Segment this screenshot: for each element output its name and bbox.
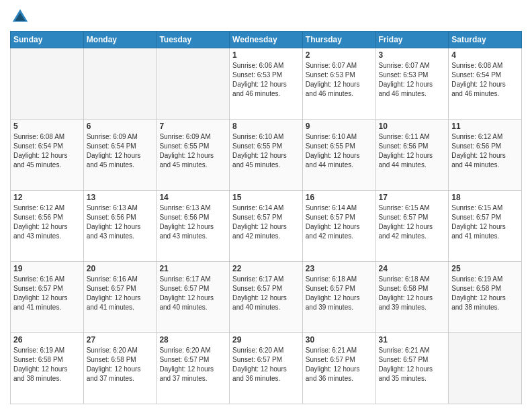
day-number: 22 bbox=[232, 264, 300, 273]
calendar-cell: 3Sunrise: 6:07 AM Sunset: 6:53 PM Daylig… bbox=[375, 48, 449, 120]
day-info: Sunrise: 6:16 AM Sunset: 6:57 PM Dayligh… bbox=[87, 275, 154, 312]
calendar-cell: 21Sunrise: 6:17 AM Sunset: 6:57 PM Dayli… bbox=[157, 262, 230, 333]
day-info: Sunrise: 6:09 AM Sunset: 6:54 PM Dayligh… bbox=[87, 132, 154, 170]
page: SundayMondayTuesdayWednesdayThursdayFrid… bbox=[0, 0, 532, 411]
day-info: Sunrise: 6:13 AM Sunset: 6:56 PM Dayligh… bbox=[87, 203, 154, 241]
day-info: Sunrise: 6:16 AM Sunset: 6:57 PM Dayligh… bbox=[13, 275, 81, 312]
day-info: Sunrise: 6:14 AM Sunset: 6:57 PM Dayligh… bbox=[306, 203, 373, 241]
day-info: Sunrise: 6:17 AM Sunset: 6:57 PM Dayligh… bbox=[232, 275, 300, 312]
calendar-cell: 28Sunrise: 6:20 AM Sunset: 6:57 PM Dayli… bbox=[157, 333, 230, 404]
day-info: Sunrise: 6:20 AM Sunset: 6:57 PM Dayligh… bbox=[159, 346, 226, 383]
day-info: Sunrise: 6:18 AM Sunset: 6:57 PM Dayligh… bbox=[306, 275, 373, 312]
day-info: Sunrise: 6:10 AM Sunset: 6:55 PM Dayligh… bbox=[306, 132, 373, 170]
calendar-cell: 25Sunrise: 6:19 AM Sunset: 6:58 PM Dayli… bbox=[449, 262, 522, 333]
calendar-week-row: 19Sunrise: 6:16 AM Sunset: 6:57 PM Dayli… bbox=[11, 262, 522, 333]
day-info: Sunrise: 6:19 AM Sunset: 6:58 PM Dayligh… bbox=[451, 275, 519, 312]
day-info: Sunrise: 6:13 AM Sunset: 6:56 PM Dayligh… bbox=[159, 203, 226, 241]
day-number: 26 bbox=[13, 335, 81, 345]
calendar-cell bbox=[449, 333, 522, 404]
calendar-cell: 1Sunrise: 6:06 AM Sunset: 6:53 PM Daylig… bbox=[230, 48, 303, 120]
calendar-cell: 8Sunrise: 6:10 AM Sunset: 6:55 PM Daylig… bbox=[230, 120, 303, 191]
header bbox=[10, 7, 522, 27]
day-number: 9 bbox=[306, 122, 373, 131]
day-info: Sunrise: 6:20 AM Sunset: 6:57 PM Dayligh… bbox=[232, 346, 300, 383]
day-info: Sunrise: 6:14 AM Sunset: 6:57 PM Dayligh… bbox=[232, 203, 300, 241]
calendar-week-row: 5Sunrise: 6:08 AM Sunset: 6:54 PM Daylig… bbox=[11, 120, 522, 191]
weekday-header: Wednesday bbox=[230, 32, 303, 48]
calendar-cell: 10Sunrise: 6:11 AM Sunset: 6:56 PM Dayli… bbox=[375, 120, 449, 191]
calendar-cell: 6Sunrise: 6:09 AM Sunset: 6:54 PM Daylig… bbox=[83, 120, 157, 191]
day-number: 16 bbox=[306, 193, 373, 202]
day-info: Sunrise: 6:12 AM Sunset: 6:56 PM Dayligh… bbox=[451, 132, 519, 170]
day-info: Sunrise: 6:06 AM Sunset: 6:53 PM Dayligh… bbox=[232, 61, 300, 99]
calendar-cell: 24Sunrise: 6:18 AM Sunset: 6:58 PM Dayli… bbox=[375, 262, 449, 333]
day-number: 10 bbox=[379, 122, 446, 131]
calendar-cell: 16Sunrise: 6:14 AM Sunset: 6:57 PM Dayli… bbox=[302, 191, 375, 262]
day-number: 14 bbox=[159, 193, 226, 202]
calendar-cell: 31Sunrise: 6:21 AM Sunset: 6:57 PM Dayli… bbox=[375, 333, 449, 404]
calendar-week-row: 26Sunrise: 6:19 AM Sunset: 6:58 PM Dayli… bbox=[11, 333, 522, 404]
calendar-cell bbox=[157, 48, 230, 120]
day-number: 4 bbox=[451, 50, 519, 60]
weekday-header: Thursday bbox=[302, 32, 375, 48]
day-number: 24 bbox=[379, 264, 446, 273]
calendar-cell: 15Sunrise: 6:14 AM Sunset: 6:57 PM Dayli… bbox=[230, 191, 303, 262]
day-info: Sunrise: 6:20 AM Sunset: 6:58 PM Dayligh… bbox=[87, 346, 154, 383]
day-info: Sunrise: 6:15 AM Sunset: 6:57 PM Dayligh… bbox=[451, 203, 519, 241]
weekday-header: Tuesday bbox=[157, 32, 230, 48]
calendar-cell: 27Sunrise: 6:20 AM Sunset: 6:58 PM Dayli… bbox=[83, 333, 157, 404]
weekday-header: Sunday bbox=[11, 32, 84, 48]
calendar-cell: 14Sunrise: 6:13 AM Sunset: 6:56 PM Dayli… bbox=[157, 191, 230, 262]
day-info: Sunrise: 6:21 AM Sunset: 6:57 PM Dayligh… bbox=[306, 346, 373, 383]
logo bbox=[10, 7, 33, 27]
day-number: 3 bbox=[379, 50, 446, 60]
calendar-week-row: 1Sunrise: 6:06 AM Sunset: 6:53 PM Daylig… bbox=[11, 48, 522, 120]
weekday-header: Saturday bbox=[449, 32, 522, 48]
day-number: 17 bbox=[379, 193, 446, 202]
calendar-cell: 22Sunrise: 6:17 AM Sunset: 6:57 PM Dayli… bbox=[230, 262, 303, 333]
calendar-cell: 2Sunrise: 6:07 AM Sunset: 6:53 PM Daylig… bbox=[302, 48, 375, 120]
calendar-cell: 26Sunrise: 6:19 AM Sunset: 6:58 PM Dayli… bbox=[11, 333, 84, 404]
calendar-cell: 12Sunrise: 6:12 AM Sunset: 6:56 PM Dayli… bbox=[11, 191, 84, 262]
calendar-cell: 13Sunrise: 6:13 AM Sunset: 6:56 PM Dayli… bbox=[83, 191, 157, 262]
day-number: 30 bbox=[306, 335, 373, 345]
day-info: Sunrise: 6:08 AM Sunset: 6:54 PM Dayligh… bbox=[13, 132, 81, 170]
logo-icon bbox=[10, 7, 30, 27]
calendar-cell: 7Sunrise: 6:09 AM Sunset: 6:55 PM Daylig… bbox=[157, 120, 230, 191]
day-info: Sunrise: 6:18 AM Sunset: 6:58 PM Dayligh… bbox=[379, 275, 446, 312]
day-number: 12 bbox=[13, 193, 81, 202]
calendar-cell: 23Sunrise: 6:18 AM Sunset: 6:57 PM Dayli… bbox=[302, 262, 375, 333]
day-info: Sunrise: 6:07 AM Sunset: 6:53 PM Dayligh… bbox=[379, 61, 446, 99]
day-number: 31 bbox=[379, 335, 446, 345]
day-number: 27 bbox=[87, 335, 154, 345]
day-number: 18 bbox=[451, 193, 519, 202]
day-number: 7 bbox=[159, 122, 226, 131]
day-info: Sunrise: 6:08 AM Sunset: 6:54 PM Dayligh… bbox=[451, 61, 519, 99]
day-number: 15 bbox=[232, 193, 300, 202]
day-number: 28 bbox=[159, 335, 226, 345]
day-info: Sunrise: 6:11 AM Sunset: 6:56 PM Dayligh… bbox=[379, 132, 446, 170]
day-info: Sunrise: 6:19 AM Sunset: 6:58 PM Dayligh… bbox=[13, 346, 81, 383]
calendar-week-row: 12Sunrise: 6:12 AM Sunset: 6:56 PM Dayli… bbox=[11, 191, 522, 262]
day-number: 13 bbox=[87, 193, 154, 202]
calendar-cell bbox=[11, 48, 84, 120]
weekday-header: Friday bbox=[375, 32, 449, 48]
calendar-header-row: SundayMondayTuesdayWednesdayThursdayFrid… bbox=[11, 32, 522, 48]
calendar-cell: 19Sunrise: 6:16 AM Sunset: 6:57 PM Dayli… bbox=[11, 262, 84, 333]
day-number: 6 bbox=[87, 122, 154, 131]
day-info: Sunrise: 6:10 AM Sunset: 6:55 PM Dayligh… bbox=[232, 132, 300, 170]
day-number: 19 bbox=[13, 264, 81, 273]
day-number: 8 bbox=[232, 122, 300, 131]
calendar-cell bbox=[83, 48, 157, 120]
calendar-cell: 17Sunrise: 6:15 AM Sunset: 6:57 PM Dayli… bbox=[375, 191, 449, 262]
calendar-cell: 11Sunrise: 6:12 AM Sunset: 6:56 PM Dayli… bbox=[449, 120, 522, 191]
day-number: 23 bbox=[306, 264, 373, 273]
calendar-cell: 30Sunrise: 6:21 AM Sunset: 6:57 PM Dayli… bbox=[302, 333, 375, 404]
calendar-cell: 20Sunrise: 6:16 AM Sunset: 6:57 PM Dayli… bbox=[83, 262, 157, 333]
day-info: Sunrise: 6:17 AM Sunset: 6:57 PM Dayligh… bbox=[159, 275, 226, 312]
day-number: 21 bbox=[159, 264, 226, 273]
day-number: 29 bbox=[232, 335, 300, 345]
calendar: SundayMondayTuesdayWednesdayThursdayFrid… bbox=[10, 31, 522, 404]
day-number: 25 bbox=[451, 264, 519, 273]
day-number: 5 bbox=[13, 122, 81, 131]
